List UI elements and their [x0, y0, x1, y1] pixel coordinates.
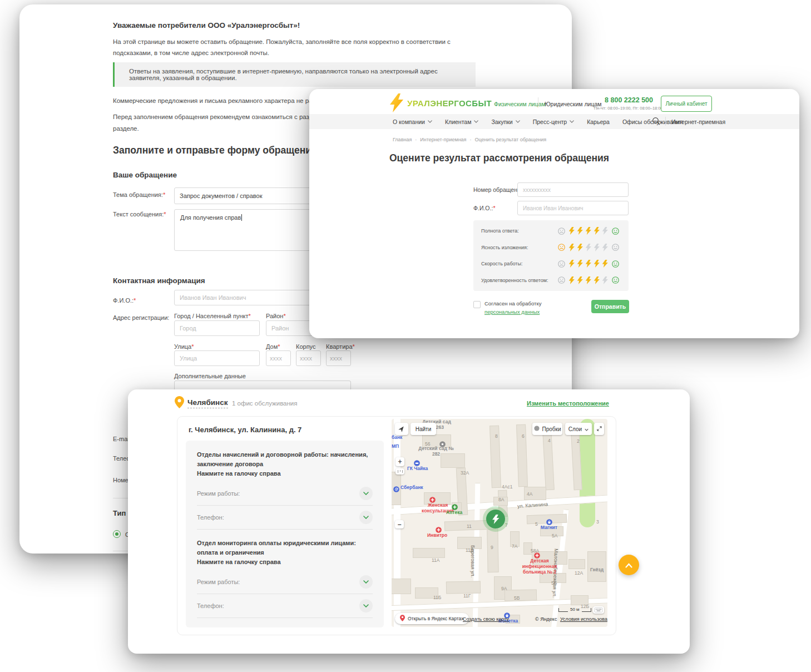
- submit-button[interactable]: Отправить: [591, 300, 629, 313]
- sad-face-icon[interactable]: [558, 244, 565, 251]
- row-divider: [197, 529, 373, 530]
- bolt-icon[interactable]: [594, 244, 600, 251]
- audience-legal-link[interactable]: Юридическим лицам: [545, 101, 602, 107]
- consent-checkbox[interactable]: [473, 301, 481, 308]
- house-label: Дом*: [266, 343, 280, 350]
- nav-item-2[interactable]: Клиентам: [445, 118, 479, 125]
- message-label: Текст сообщения:*: [113, 211, 166, 218]
- header-phone[interactable]: 8 800 2222 500: [600, 96, 653, 104]
- sad-face-icon[interactable]: [558, 260, 565, 268]
- rate-fio-input[interactable]: [517, 201, 629, 215]
- bolt-icon[interactable]: [602, 276, 609, 284]
- offices-count: 1 офис обслуживания: [232, 400, 298, 407]
- expand-chevron-button[interactable]: [359, 487, 373, 500]
- breadcrumb-item: Оценить результат обращения: [474, 137, 546, 142]
- expand-chevron-button[interactable]: [359, 511, 373, 524]
- search-icon[interactable]: [652, 117, 660, 127]
- bolt-icon[interactable]: [568, 276, 575, 284]
- bolt-icon[interactable]: [568, 260, 575, 268]
- bolt-icon[interactable]: [577, 260, 583, 268]
- office-marker-icon[interactable]: [486, 510, 505, 528]
- personal-data-link[interactable]: персональных данных: [484, 309, 540, 315]
- happy-face-icon[interactable]: [612, 260, 619, 268]
- breadcrumb-item[interactable]: Интернет-приемная: [420, 137, 466, 142]
- appeal-notice: Ответы на заявления, поступившие в интер…: [113, 62, 476, 87]
- bolt-icon[interactable]: [568, 244, 575, 251]
- change-location-link[interactable]: Изменить местоположение: [527, 400, 609, 407]
- map-locate-button[interactable]: [395, 423, 408, 435]
- bolt-icon[interactable]: [594, 260, 600, 268]
- logo-text[interactable]: УРАЛЭНЕРГОСБЫТ: [407, 98, 492, 108]
- nav-reception-link[interactable]: Интернет-приемная: [671, 118, 725, 125]
- map-find-button[interactable]: Найти: [411, 423, 436, 435]
- number-input[interactable]: [517, 182, 629, 197]
- bolt-icon[interactable]: [577, 244, 583, 251]
- rating-row: Скорость работы:: [481, 260, 621, 268]
- nav-item-5[interactable]: Карьера: [587, 118, 610, 125]
- email-label: E-mai: [113, 436, 129, 442]
- keyboard-icon[interactable]: [593, 606, 604, 614]
- bolt-icon[interactable]: [585, 276, 592, 284]
- department-row-label: Режим работы:: [197, 490, 240, 497]
- map-building-number: 3: [596, 519, 599, 525]
- nav-item-4[interactable]: Пресс-центр: [533, 118, 574, 125]
- create-map-link[interactable]: Создать свою карту: [463, 616, 509, 622]
- happy-face-icon[interactable]: [612, 276, 619, 284]
- sad-face-icon[interactable]: [558, 276, 565, 284]
- bolt-icon[interactable]: [602, 244, 609, 251]
- city-input[interactable]: [174, 320, 260, 336]
- chevron-down-icon: [474, 120, 478, 123]
- map-zoom-out-button[interactable]: −: [395, 520, 404, 528]
- audience-divider: [538, 97, 538, 107]
- rating-row: Полнота ответа:: [481, 227, 621, 235]
- bolt-icon[interactable]: [568, 227, 575, 235]
- department-block: Отдел мониторинга оплаты юридическими ли…: [197, 538, 373, 618]
- city-selector[interactable]: Челябинск: [187, 398, 228, 407]
- bolt-icon[interactable]: [577, 227, 583, 235]
- yandex-map[interactable]: 86425632А4Ас14А8А731111В11А11Г11Б99А7А55…: [392, 419, 607, 627]
- breadcrumb: Главная·Интернет-приемная·Оценить резуль…: [393, 137, 546, 142]
- nav-item-3[interactable]: Закупки: [491, 118, 520, 125]
- map-building: [568, 559, 585, 569]
- terms-link[interactable]: Условия использования: [560, 616, 607, 622]
- map-building-number: 7А: [512, 543, 517, 549]
- city-label: Город / Населенный пункт*: [174, 313, 251, 319]
- bolt-icon[interactable]: [585, 260, 592, 268]
- department-row-label: Телефон:: [197, 602, 224, 609]
- map-building-number: 11: [467, 523, 472, 529]
- bolt-icon[interactable]: [585, 244, 592, 251]
- bolt-icon[interactable]: [585, 227, 592, 235]
- map-traffic-button[interactable]: Пробки: [532, 423, 562, 435]
- rating-icons: [556, 244, 621, 251]
- bolt-icon[interactable]: [602, 227, 609, 235]
- bolt-icon[interactable]: [594, 276, 600, 284]
- map-zoom-in-button[interactable]: +: [395, 457, 404, 466]
- corpus-input[interactable]: [296, 350, 321, 366]
- expand-chevron-button[interactable]: [359, 599, 373, 612]
- map-park: [580, 419, 595, 527]
- text-caret: [241, 214, 242, 221]
- happy-face-icon[interactable]: [612, 228, 619, 235]
- account-button[interactable]: Личный кабинет: [661, 96, 712, 112]
- bolt-icon[interactable]: [602, 260, 609, 268]
- open-in-yandex-link[interactable]: Открыть в Яндекс Картах: [395, 613, 469, 624]
- happy-face-icon[interactable]: [612, 244, 619, 251]
- section-contact: Контактная информация: [113, 276, 205, 285]
- nav-item-1[interactable]: О компании: [393, 118, 432, 125]
- map-fullscreen-button[interactable]: [594, 423, 604, 435]
- type-radio[interactable]: [113, 530, 121, 538]
- expand-chevron-button[interactable]: [359, 575, 373, 589]
- street-input[interactable]: [174, 350, 260, 366]
- map-layers-button[interactable]: Слои: [565, 423, 592, 435]
- bolt-icon[interactable]: [594, 227, 600, 235]
- map-ruler-button[interactable]: [395, 468, 404, 475]
- bolt-icon[interactable]: [577, 276, 583, 284]
- sad-face-icon[interactable]: [558, 228, 565, 235]
- scroll-to-top-button[interactable]: [619, 555, 639, 575]
- map-building-number: 5В: [514, 595, 520, 601]
- department-row-label: Телефон:: [197, 514, 224, 521]
- rating-icons: [556, 227, 621, 235]
- breadcrumb-item[interactable]: Главная: [393, 137, 412, 142]
- house-input[interactable]: [266, 350, 291, 366]
- apartment-input[interactable]: [326, 350, 351, 366]
